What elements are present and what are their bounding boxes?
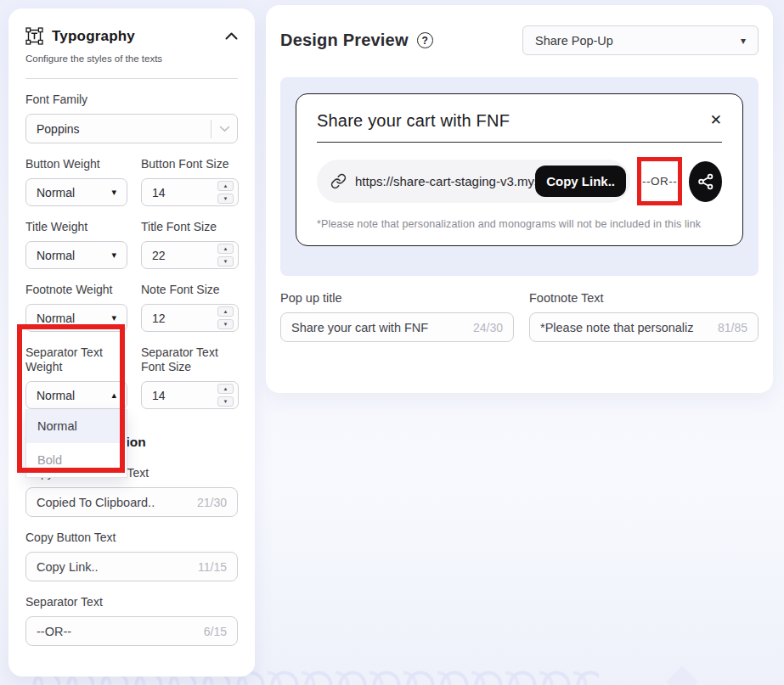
preview-view-value: Share Pop-Up [535, 34, 613, 48]
footnote-weight-select[interactable]: Normal ▾ [25, 304, 127, 332]
copy-button-text-value: Copy Link.. [37, 560, 99, 574]
separator-font-size-value: 14 [152, 389, 166, 402]
spinner-up-icon[interactable]: ▲ [217, 181, 234, 191]
separator-weight-select[interactable]: Normal ▴ [25, 381, 127, 409]
share-card-title: Share your cart with FNF [317, 111, 710, 131]
typography-icon [25, 27, 43, 45]
typography-panel-title: Typography [52, 28, 217, 45]
typography-panel-subtitle: Configure the styles of the texts [25, 53, 238, 64]
footnote-text-input[interactable]: *Please note that personaliz 81/85 [529, 312, 759, 342]
spinner-down-icon[interactable]: ▼ [217, 319, 234, 329]
help-question-icon[interactable]: ? [417, 32, 433, 48]
footnote-weight-label: Footnote Weight [25, 283, 127, 297]
caret-down-icon: ▾ [111, 188, 116, 197]
separator-text-label: Separator Text [25, 595, 238, 609]
title-weight-value: Normal [37, 249, 75, 262]
spinner-up-icon[interactable]: ▲ [217, 384, 234, 394]
popup-title-label: Pop up title [280, 291, 514, 305]
note-font-size-label: Note Font Size [141, 283, 239, 297]
title-font-size-label: Title Font Size [141, 220, 239, 234]
typography-header: Typography [25, 27, 238, 45]
copy-confirmation-value: Copied To Clipboard.. [37, 496, 155, 509]
char-counter: 21/30 [197, 496, 227, 509]
share-card-note: *Please note that personalization and mo… [317, 218, 722, 230]
caret-down-icon: ▾ [741, 35, 746, 47]
card-divider [317, 142, 722, 143]
char-counter: 11/15 [198, 560, 227, 574]
caret-down-icon: ▾ [111, 313, 116, 323]
popup-title-input[interactable]: Share your cart with FNF 24/30 [280, 312, 514, 342]
preview-view-select[interactable]: Share Pop-Up ▾ [522, 25, 759, 55]
copy-link-button[interactable]: Copy Link.. [535, 166, 626, 197]
page: Typography Configure the styles of the t… [0, 0, 784, 685]
chevron-down-icon [219, 126, 230, 132]
preview-area: Share your cart with FNF ✕ https://share… [280, 77, 759, 276]
font-family-value: Poppins [37, 122, 80, 136]
copy-button-text-input[interactable]: Copy Link.. 11/15 [25, 552, 238, 581]
spinner-down-icon[interactable]: ▼ [217, 194, 234, 204]
separator-weight-dropdown: Normal Bold [25, 409, 127, 478]
note-font-size-value: 12 [152, 312, 166, 325]
share-button[interactable] [689, 161, 722, 202]
separator-text-value: --OR-- [37, 625, 71, 638]
spinner-down-icon[interactable]: ▼ [217, 396, 234, 407]
button-font-size-value: 14 [152, 186, 166, 199]
char-counter: 6/15 [204, 625, 227, 638]
footnote-text-value: *Please note that personaliz [540, 321, 694, 334]
font-family-label: Font Family [25, 93, 238, 107]
button-weight-select[interactable]: Normal ▾ [25, 178, 127, 206]
footnote-text-label: Footnote Text [529, 291, 759, 305]
link-icon [330, 173, 347, 189]
caret-up-icon: ▴ [111, 390, 116, 400]
spinner-up-icon[interactable]: ▲ [217, 306, 234, 317]
design-preview-title: Design Preview [280, 31, 409, 50]
divider [25, 78, 238, 79]
share-nodes-icon [697, 172, 715, 191]
separator-font-size-input[interactable]: 14 ▲ ▼ [141, 381, 239, 409]
spinner-down-icon[interactable]: ▼ [217, 256, 234, 267]
caret-down-icon: ▾ [111, 250, 116, 260]
separator-font-size-label: Separator Text Font Size [141, 345, 239, 374]
button-font-size-label: Button Font Size [141, 157, 239, 171]
popup-title-value: Share your cart with FNF [291, 321, 428, 334]
title-weight-select[interactable]: Normal ▾ [25, 241, 127, 269]
close-icon[interactable]: ✕ [710, 113, 722, 127]
footnote-weight-value: Normal [37, 312, 75, 325]
char-counter: 81/85 [718, 321, 747, 334]
spinner-up-icon[interactable]: ▲ [217, 244, 234, 254]
button-font-size-input[interactable]: 14 ▲ ▼ [141, 178, 239, 206]
button-weight-label: Button Weight [25, 157, 127, 171]
char-counter: 24/30 [473, 321, 503, 334]
typography-panel: Typography Configure the styles of the t… [8, 8, 255, 677]
copy-confirmation-input[interactable]: Copied To Clipboard.. 21/30 [25, 487, 238, 517]
separator-weight-label: Separator Text Weight [25, 345, 127, 374]
title-font-size-value: 22 [152, 249, 166, 262]
title-font-size-input[interactable]: 22 ▲ ▼ [141, 241, 239, 269]
note-font-size-input[interactable]: 12 ▲ ▼ [141, 304, 239, 332]
dropdown-option-bold[interactable]: Bold [26, 443, 127, 477]
font-family-select[interactable]: Poppins [25, 114, 238, 143]
background-diamond [667, 666, 698, 685]
annotation-highlight-separator: --OR-- [637, 157, 682, 205]
select-divider [211, 120, 212, 138]
design-preview-panel: Design Preview ? Share Pop-Up ▾ Share yo… [266, 5, 773, 393]
button-weight-value: Normal [37, 186, 75, 199]
collapse-chevron-up-icon[interactable] [225, 32, 238, 40]
share-url-field[interactable]: https://share-cart-staging-v3.mys Copy L… [317, 160, 630, 203]
separator-text-input[interactable]: --OR-- 6/15 [25, 616, 238, 646]
share-url-text: https://share-cart-staging-v3.mys [355, 174, 535, 188]
dropdown-option-normal[interactable]: Normal [26, 409, 127, 443]
or-separator-text: --OR-- [642, 175, 677, 188]
title-weight-label: Title Weight [25, 220, 127, 234]
separator-weight-value: Normal [37, 389, 75, 402]
share-popup-card: Share your cart with FNF ✕ https://share… [296, 93, 743, 246]
copy-button-text-label: Copy Button Text [25, 531, 238, 545]
